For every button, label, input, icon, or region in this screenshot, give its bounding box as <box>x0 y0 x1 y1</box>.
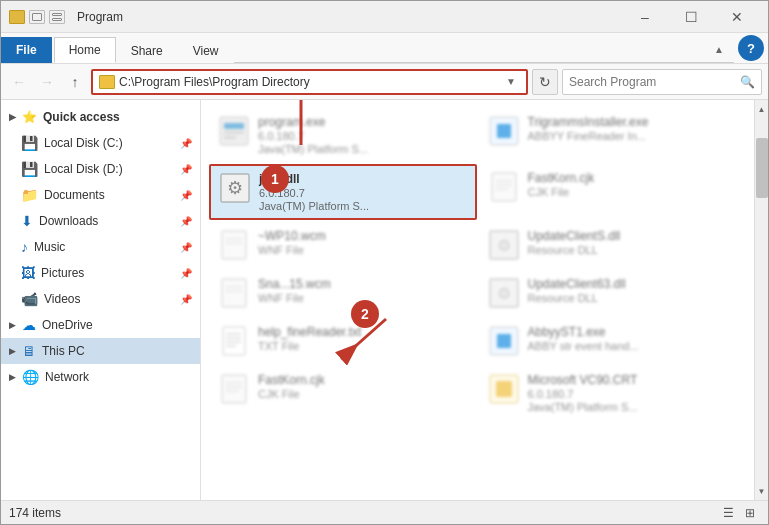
maximize-button[interactable]: ☐ <box>668 1 714 33</box>
ribbon: File Home Share View ▲ ? <box>1 33 768 64</box>
file-info: ~WP10.wcm WNF File <box>258 229 468 256</box>
list-item[interactable]: ~WP10.wcm WNF File <box>209 222 477 268</box>
file-info: UpdateClient63.dll Resource DLL <box>528 277 738 304</box>
onedrive-label: OneDrive <box>42 318 93 332</box>
svg-rect-1 <box>224 123 244 129</box>
downloads-label: Downloads <box>39 214 98 228</box>
list-item[interactable]: help_fineReader.txt TXT File <box>209 318 477 364</box>
up-button[interactable]: ↑ <box>63 70 87 94</box>
grid-view-button[interactable]: ⊞ <box>740 503 760 523</box>
documents-label: Documents <box>44 188 105 202</box>
status-bar: 174 items ☰ ⊞ <box>1 500 768 524</box>
file-info: AbbyyST1.exe ABBY str event hand... <box>528 325 738 352</box>
file-detail: WNF File <box>258 292 468 304</box>
forward-button[interactable]: → <box>35 70 59 94</box>
file-detail: 6.0.180.7 <box>259 187 467 199</box>
txt-icon <box>218 325 250 357</box>
address-path[interactable]: C:\Program Files\Program Directory ▼ <box>91 69 528 95</box>
close-button[interactable]: ✕ <box>714 1 760 33</box>
videos-icon: 📹 <box>21 291 38 307</box>
list-item[interactable]: TrigrammsInstaller.exe ABBYY FineReader … <box>479 108 747 162</box>
tab-share[interactable]: Share <box>116 37 178 63</box>
documents-icon: 📁 <box>21 187 38 203</box>
sidebar-item-onedrive[interactable]: ▶ ☁ OneDrive <box>1 312 200 338</box>
file-name: program.exe <box>258 115 468 129</box>
title-icons <box>9 10 65 24</box>
pin-icon-music: 📌 <box>180 242 192 253</box>
search-input[interactable] <box>569 75 740 89</box>
file-detail: WNF File <box>258 244 468 256</box>
address-text: C:\Program Files\Program Directory <box>119 75 498 89</box>
address-dropdown-icon[interactable]: ▼ <box>502 70 520 94</box>
list-item[interactable]: ⚙ UpdateClient63.dll Resource DLL <box>479 270 747 316</box>
list-item[interactable]: ⚙ UpdateClientS.dll Resource DLL <box>479 222 747 268</box>
sidebar-item-local-d[interactable]: 💾 Local Disk (D:) 📌 <box>1 156 200 182</box>
content-area: program.exe 6.0.180.7 Java(TM) Platform … <box>201 100 768 500</box>
title-icon-3 <box>49 10 65 24</box>
network-expand-icon: ▶ <box>9 372 16 382</box>
search-icon[interactable]: 🔍 <box>740 75 755 89</box>
file-detail: CJK File <box>528 186 738 198</box>
file-name: jawt.dll <box>259 172 467 186</box>
refresh-button[interactable]: ↻ <box>532 69 558 95</box>
wcm2-icon <box>218 277 250 309</box>
sidebar-item-videos[interactable]: 📹 Videos 📌 <box>1 286 200 312</box>
sidebar-item-documents[interactable]: 📁 Documents 📌 <box>1 182 200 208</box>
sidebar-item-quick-access[interactable]: ▶ ⭐ Quick access <box>1 104 200 130</box>
sidebar-item-this-pc[interactable]: ▶ 🖥 This PC <box>1 338 200 364</box>
local-disk-c-icon: 💾 <box>21 135 38 151</box>
sidebar-item-local-c[interactable]: 💾 Local Disk (C:) 📌 <box>1 130 200 156</box>
title-icon-2 <box>29 10 45 24</box>
scroll-up-button[interactable]: ▲ <box>755 100 768 118</box>
search-box[interactable]: 🔍 <box>562 69 762 95</box>
file-info: FastKorn.cjk CJK File <box>528 171 738 198</box>
scrollbar-thumb[interactable] <box>756 138 768 198</box>
tab-home[interactable]: Home <box>54 37 116 63</box>
local-disk-c-label: Local Disk (C:) <box>44 136 123 150</box>
list-item[interactable]: FastKorn.cjk CJK File <box>209 366 477 420</box>
sidebar-item-music[interactable]: ♪ Music 📌 <box>1 234 200 260</box>
file-info: Sna...15.wcm WNF File <box>258 277 468 304</box>
file-name: FastKorn.cjk <box>258 373 468 387</box>
minimize-button[interactable]: – <box>622 1 668 33</box>
file-name: AbbyyST1.exe <box>528 325 738 339</box>
scrollbar[interactable]: ▲ ▼ <box>754 100 768 500</box>
onedrive-icon: ☁ <box>22 317 36 333</box>
this-pc-expand-icon: ▶ <box>9 346 16 356</box>
svg-rect-2 <box>224 131 244 134</box>
tab-file[interactable]: File <box>1 37 52 63</box>
list-item[interactable]: Microsoft VC90.CRT 6.0.180.7 Java(TM) Pl… <box>479 366 747 420</box>
pin-icon-d: 📌 <box>180 164 192 175</box>
tab-view[interactable]: View <box>178 37 234 63</box>
list-item[interactable]: FastKorn.cjk CJK File <box>479 164 747 220</box>
list-item[interactable]: Sna...15.wcm WNF File <box>209 270 477 316</box>
svg-text:⚙: ⚙ <box>227 178 243 198</box>
list-item[interactable]: program.exe 6.0.180.7 Java(TM) Platform … <box>209 108 477 162</box>
onedrive-expand-icon: ▶ <box>9 320 16 330</box>
back-button[interactable]: ← <box>7 70 31 94</box>
exe-abbyy2-icon <box>488 325 520 357</box>
network-label: Network <box>45 370 89 384</box>
list-view-button[interactable]: ☰ <box>718 503 738 523</box>
sidebar-item-pictures[interactable]: 🖼 Pictures 📌 <box>1 260 200 286</box>
svg-rect-29 <box>222 375 246 403</box>
title-icon-1 <box>9 10 25 24</box>
list-item[interactable]: ⚙ jawt.dll 6.0.180.7 Java(TM) Platform S… <box>209 164 477 220</box>
music-label: Music <box>34 240 65 254</box>
svg-rect-17 <box>222 279 246 307</box>
sidebar-item-network[interactable]: ▶ 🌐 Network <box>1 364 200 390</box>
sidebar-item-downloads[interactable]: ⬇ Downloads 📌 <box>1 208 200 234</box>
file-name: TrigrammsInstaller.exe <box>528 115 738 129</box>
title-controls: – ☐ ✕ <box>622 1 760 33</box>
dll3-icon: ⚙ <box>488 277 520 309</box>
file-list: program.exe 6.0.180.7 Java(TM) Platform … <box>201 100 754 500</box>
exe-icon <box>218 115 250 147</box>
help-icon[interactable]: ? <box>747 41 755 56</box>
address-bar: ← → ↑ C:\Program Files\Program Directory… <box>1 64 768 100</box>
list-item[interactable]: AbbyyST1.exe ABBY str event hand... <box>479 318 747 364</box>
quick-access-star-icon: ⭐ <box>22 110 37 124</box>
scroll-down-button[interactable]: ▼ <box>755 482 768 500</box>
file-detail: ABBY str event hand... <box>528 340 738 352</box>
pictures-label: Pictures <box>41 266 84 280</box>
ribbon-collapse-icon[interactable]: ▲ <box>714 44 724 55</box>
